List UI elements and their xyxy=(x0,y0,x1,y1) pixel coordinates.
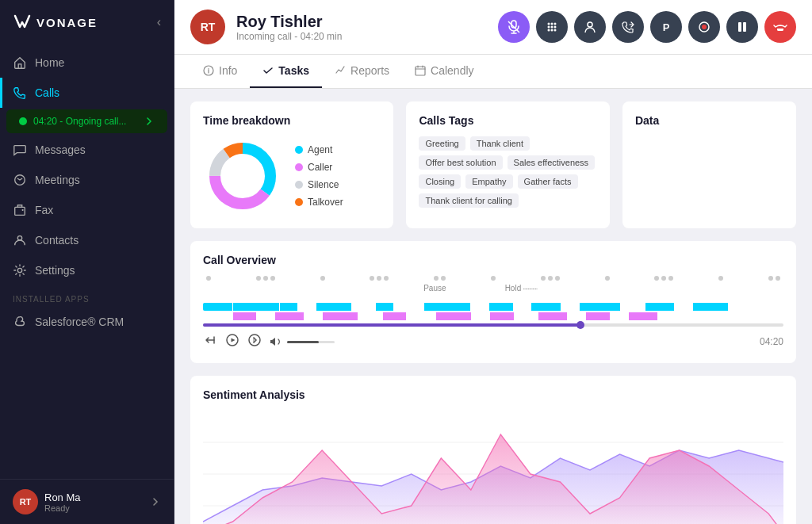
volume-control[interactable] xyxy=(270,335,335,348)
dot-group-11 xyxy=(768,276,780,281)
forward-button[interactable] xyxy=(247,333,262,350)
sidebar-item-contacts[interactable]: Contacts xyxy=(0,225,174,255)
volume-bar[interactable] xyxy=(287,341,335,343)
sidebar-item-salesforce[interactable]: Salesforce® CRM xyxy=(0,307,174,337)
svg-point-16 xyxy=(588,22,592,27)
time-breakdown-legend: Agent Caller Silence Talkover xyxy=(295,144,343,208)
main-scroll-content: Time breakdown xyxy=(174,89,812,524)
sidebar-item-calls[interactable]: Calls xyxy=(0,78,174,108)
pause-icon xyxy=(735,20,749,34)
hold-label: Hold ············ xyxy=(505,284,538,293)
contacts-button[interactable] xyxy=(574,11,606,43)
svg-point-3 xyxy=(17,236,21,240)
t-dot xyxy=(541,276,546,281)
dot-group-5 xyxy=(434,276,446,281)
bar-seg xyxy=(358,312,381,320)
dialpad-icon xyxy=(545,20,559,34)
sidebar-item-fax[interactable]: Fax xyxy=(0,195,174,225)
p-button[interactable]: P xyxy=(650,11,682,43)
t-dot xyxy=(320,276,325,281)
dot-group-10 xyxy=(718,276,723,281)
contacts-btn-icon xyxy=(583,20,597,34)
bar-seg xyxy=(561,303,579,311)
tab-calendly[interactable]: Calendly xyxy=(402,55,486,88)
end-call-button[interactable] xyxy=(764,11,796,43)
t-dot xyxy=(270,276,275,281)
hold-dots: ············ xyxy=(523,285,537,293)
sidebar-collapse-btn[interactable]: ‹ xyxy=(157,15,161,29)
t-dot xyxy=(548,276,553,281)
pause-call-button[interactable] xyxy=(726,11,758,43)
sidebar-footer: RT Ron Ma Ready xyxy=(0,479,174,524)
bar-seg xyxy=(580,303,620,311)
tag-thank-client-calling: Thank client for calling xyxy=(419,193,518,208)
progress-bar[interactable] xyxy=(203,323,783,327)
bar-seg xyxy=(298,303,316,311)
sidebar-item-settings-label: Settings xyxy=(35,264,75,277)
time-breakdown-title: Time breakdown xyxy=(203,114,381,127)
tab-calendly-label: Calendly xyxy=(431,64,473,77)
calls-icon xyxy=(13,86,27,100)
bar-seg xyxy=(586,312,609,320)
fax-icon xyxy=(13,203,27,217)
ongoing-call-item[interactable]: 04:20 - Ongoing call... xyxy=(6,109,167,133)
legend-silence-label: Silence xyxy=(308,179,339,190)
bar-seg xyxy=(280,303,297,311)
play-button[interactable] xyxy=(225,333,239,350)
caller-avatar: RT xyxy=(190,10,225,44)
tab-info[interactable]: Info xyxy=(190,55,250,88)
sidebar-item-messages-label: Messages xyxy=(35,143,86,156)
pause-hold-labels: Pause Hold ············ xyxy=(203,284,783,300)
playback-timestamp: 04:20 xyxy=(760,336,783,347)
volume-icon xyxy=(270,335,282,348)
legend-caller-label: Caller xyxy=(308,162,332,173)
record-button[interactable] xyxy=(688,11,720,43)
t-dot xyxy=(668,276,673,281)
logo-text: VONAGE xyxy=(36,16,98,29)
dot-group-4 xyxy=(370,276,389,281)
svg-point-8 xyxy=(551,23,553,25)
svg-point-4 xyxy=(17,268,21,272)
svg-point-14 xyxy=(551,29,553,32)
tag-empathy: Empathy xyxy=(465,174,512,189)
tab-reports[interactable]: Reports xyxy=(322,55,402,88)
t-dot xyxy=(441,276,446,281)
sidebar-item-home-label: Home xyxy=(35,56,64,69)
donut-chart xyxy=(203,136,282,216)
active-call-indicator xyxy=(19,117,27,125)
agent-dot xyxy=(295,146,303,154)
calls-tags-card: Calls Tags Greeting Thank client Offer b… xyxy=(406,101,609,228)
tag-offer-best: Offer best solution xyxy=(419,155,502,170)
mute-button[interactable] xyxy=(498,11,530,43)
sidebar-item-messages[interactable]: Messages xyxy=(0,135,174,165)
time-breakdown-inner: Agent Caller Silence Talkover xyxy=(203,136,381,216)
sidebar-item-meetings[interactable]: Meetings xyxy=(0,165,174,195)
sidebar-nav: Home Calls 04:20 - Ongoing call... Messa… xyxy=(0,44,174,479)
bar-seg xyxy=(352,303,375,311)
svg-rect-20 xyxy=(743,22,746,32)
svg-point-10 xyxy=(548,26,550,29)
sidebar-item-home[interactable]: Home xyxy=(0,48,174,78)
progress-knob[interactable] xyxy=(576,321,584,329)
pause-label: Pause xyxy=(423,284,446,293)
call-transfer-button[interactable] xyxy=(612,11,644,43)
legend-caller: Caller xyxy=(295,162,343,173)
rewind-button[interactable] xyxy=(203,333,217,350)
dot-group-9 xyxy=(654,276,673,281)
bar-seg xyxy=(436,312,471,320)
sidebar-item-salesforce-label: Salesforce® CRM xyxy=(35,316,124,328)
t-dot xyxy=(377,276,381,281)
tab-tasks[interactable]: Tasks xyxy=(250,55,322,88)
calendly-tab-icon xyxy=(415,65,426,76)
dialpad-button[interactable] xyxy=(536,11,568,43)
svg-rect-19 xyxy=(738,22,741,32)
silence-dot xyxy=(295,181,303,189)
user-chevron-icon[interactable] xyxy=(150,496,161,507)
sidebar-item-settings[interactable]: Settings xyxy=(0,255,174,285)
sentiment-chart xyxy=(203,411,783,524)
user-name: Ron Ma xyxy=(44,491,144,503)
bar-seg xyxy=(621,303,644,311)
bar-seg xyxy=(203,312,232,320)
t-dot xyxy=(768,276,773,281)
volume-fill xyxy=(287,341,319,343)
